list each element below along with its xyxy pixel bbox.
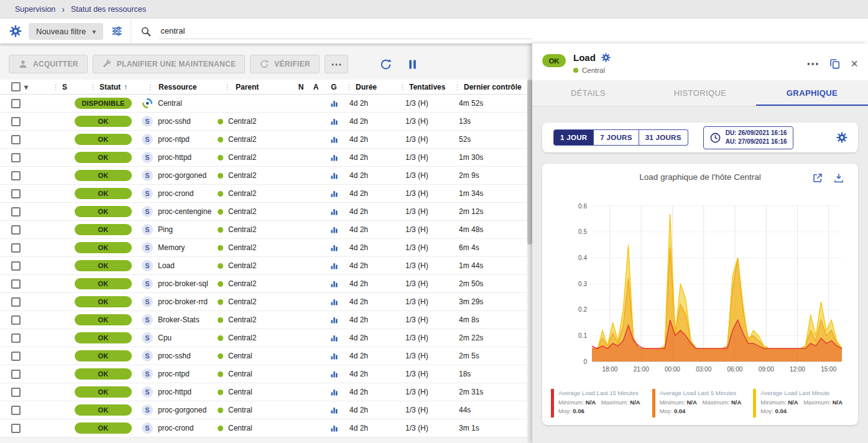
select-all-checkbox[interactable] [11,82,21,91]
column-header-tries[interactable]: Tentatives [409,83,445,91]
panel-subtitle[interactable]: Central [582,67,605,74]
row-checkbox[interactable] [11,297,21,307]
graph-icon[interactable] [330,352,339,361]
graph-icon[interactable] [330,333,339,343]
column-drag-icon[interactable] [52,83,59,91]
table-row[interactable]: OK S proc-sshd Central 4d 2h 1/3 (H) 2m … [0,347,530,365]
breadcrumb-resource-status[interactable]: Statut des ressources [71,5,146,14]
parent-name[interactable]: Central [228,406,252,414]
table-row[interactable]: OK S proc-ntpd Central 4d 2h 1/3 (H) 18s [0,365,530,383]
tab-details[interactable]: DÉTAILS [532,80,644,106]
advanced-filters-icon[interactable] [111,25,123,37]
parent-name[interactable]: Central [228,370,252,378]
parent-name[interactable]: Central2 [228,315,256,324]
refresh-list-button[interactable] [379,58,392,71]
table-row[interactable]: OK S proc-gorgoned Central 4d 2h 1/3 (H)… [0,401,530,419]
table-row[interactable]: OK S Memory Central2 4d 2h 1/3 (H) 6m 4s [0,239,530,257]
row-checkbox[interactable] [11,207,21,217]
resource-name[interactable]: Memory [158,243,185,252]
row-checkbox[interactable] [11,153,21,162]
search-input[interactable] [159,23,532,39]
row-checkbox[interactable] [11,189,21,198]
graph-icon[interactable] [330,153,339,162]
column-drag-icon[interactable] [147,83,154,91]
resource-name[interactable]: proc-gorgoned [158,171,206,180]
graph-icon[interactable] [330,406,339,415]
row-checkbox[interactable] [11,388,21,397]
resource-name[interactable]: Cpu [158,333,172,342]
row-checkbox[interactable] [11,225,21,235]
graph-icon[interactable] [330,117,339,126]
parent-name[interactable]: Central2 [228,171,256,180]
row-checkbox[interactable] [11,135,21,144]
table-row[interactable]: OK S proc-ntpd Central2 4d 2h 1/3 (H) 52… [0,131,530,149]
column-drag-icon[interactable] [454,83,461,91]
time-range-31-jours[interactable]: 31 JOURS [639,129,688,146]
parent-name[interactable]: Central [228,352,252,360]
parent-name[interactable]: Central2 [228,261,256,270]
row-checkbox[interactable] [11,370,21,379]
acknowledge-button[interactable]: ACQUITTER [9,55,88,73]
tab-historique[interactable]: HISTORIQUE [644,80,756,106]
select-menu-caret-icon[interactable] [24,83,28,91]
resource-name[interactable]: proc-ntpd [158,135,190,144]
row-checkbox[interactable] [11,315,21,325]
time-range-1-jour[interactable]: 1 JOUR [553,129,594,146]
parent-name[interactable]: Central [228,388,252,396]
column-drag-icon[interactable] [90,83,96,91]
panel-more-icon[interactable] [806,56,819,71]
column-header-resource[interactable]: Ressource [159,83,196,91]
more-actions-button[interactable] [325,55,348,73]
graph-icon[interactable] [330,171,339,180]
table-row[interactable]: OK S proc-broker-sql Central2 4d 2h 1/3 … [0,275,530,293]
parent-name[interactable]: Central2 [228,333,256,342]
filters-gear-icon[interactable] [9,24,22,38]
parent-name[interactable]: Central2 [228,135,256,144]
parent-name[interactable]: Central2 [228,153,256,162]
parent-name[interactable]: Central2 [228,243,256,252]
scrollbar-thumb[interactable] [527,80,532,245]
sort-asc-icon[interactable] [124,83,127,91]
parent-name[interactable]: Central2 [228,117,256,126]
resource-name[interactable]: Broker-Stats [158,315,200,324]
column-header-notes[interactable]: N [298,83,304,91]
table-row[interactable]: OK S proc-sshd Central2 4d 2h 1/3 (H) 13… [0,113,530,131]
graph-icon[interactable] [330,225,339,235]
parent-name[interactable]: Central2 [228,207,256,216]
resource-name[interactable]: proc-crond [158,189,193,198]
table-row[interactable]: OK S proc-centengine Central2 4d 2h 1/3 … [0,203,530,221]
row-checkbox[interactable] [11,352,21,361]
resource-name[interactable]: proc-sshd [158,117,191,126]
row-checkbox[interactable] [11,171,21,180]
vertical-scrollbar[interactable] [527,44,532,443]
breadcrumb-supervision[interactable]: Supervision [15,5,55,14]
time-range-7-jours[interactable]: 7 JOURS [594,129,639,146]
resource-name[interactable]: proc-crond [158,424,193,432]
column-drag-icon[interactable] [399,83,406,91]
download-icon[interactable] [833,172,844,184]
graph-icon[interactable] [330,297,339,307]
parent-name[interactable]: Central2 [228,297,256,306]
resource-name[interactable]: proc-gorgoned [158,406,206,414]
resource-name[interactable]: proc-ntpd [158,370,190,378]
pause-autorefresh-button[interactable] [406,58,419,71]
row-checkbox[interactable] [11,99,21,108]
graph-icon[interactable] [330,388,339,397]
row-checkbox[interactable] [11,333,21,343]
resource-name[interactable]: proc-centengine [158,207,211,216]
graph-icon[interactable] [330,99,339,108]
resource-name[interactable]: Load [158,261,175,270]
resource-name[interactable]: proc-httpd [158,388,192,396]
filter-select[interactable]: Nouveau filtre [29,23,103,40]
row-checkbox[interactable] [11,406,21,415]
resource-name[interactable]: Central [158,99,182,108]
parent-name[interactable]: Central [228,424,252,432]
table-row[interactable]: DISPONIBLE S Central 4d 2h 1/3 (H) 4m 52… [0,95,530,113]
table-row[interactable]: OK S Cpu Central2 4d 2h 1/3 (H) 2m 22s [0,329,530,347]
column-header-status[interactable]: Statut [99,83,121,91]
service-settings-gear-icon[interactable] [601,52,611,63]
row-checkbox[interactable] [11,243,21,253]
row-checkbox[interactable] [11,279,21,289]
resource-name[interactable]: Ping [158,225,173,234]
resource-name[interactable]: proc-broker-sql [158,279,208,288]
